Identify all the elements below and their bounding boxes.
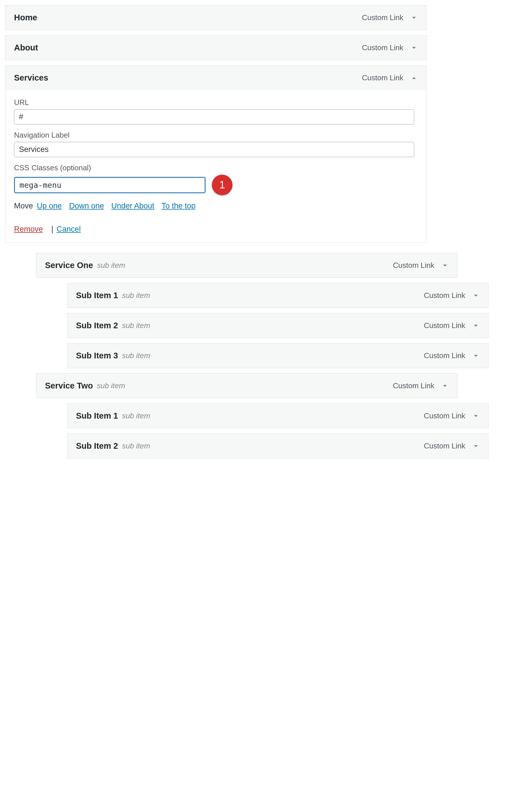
sub-item-label: sub item bbox=[122, 441, 150, 451]
url-input[interactable] bbox=[14, 109, 414, 124]
menu-item-header[interactable]: Home Custom Link bbox=[5, 5, 426, 30]
action-row: Remove | Cancel bbox=[14, 225, 418, 234]
move-up-one-link[interactable]: Up one bbox=[37, 202, 62, 210]
sub-item-label: sub item bbox=[122, 321, 150, 330]
chevron-down-icon bbox=[410, 44, 418, 52]
move-row: Move Up one Down one Under About To the … bbox=[14, 202, 418, 210]
sub-item-label: sub item bbox=[97, 261, 125, 270]
menu-item-header[interactable]: About Custom Link bbox=[5, 35, 426, 60]
menu-item-header[interactable]: Sub Item 2 sub item Custom Link bbox=[67, 434, 488, 458]
menu-item-title: Sub Item 2 bbox=[76, 441, 118, 451]
menu-item-type: Custom Link bbox=[424, 441, 465, 451]
menu-item-services: Services Custom Link URL Navigation Labe… bbox=[5, 65, 427, 242]
menu-item-sub-1b: Sub Item 1 sub item Custom Link bbox=[67, 403, 488, 428]
menu-item-header[interactable]: Service One sub item Custom Link bbox=[36, 253, 457, 278]
css-classes-input[interactable] bbox=[14, 177, 206, 193]
menu-item-about: About Custom Link bbox=[5, 35, 427, 60]
menu-item-sub-1: Sub Item 1 sub item Custom Link bbox=[67, 283, 488, 308]
menu-item-title: Service Two bbox=[45, 381, 93, 390]
menu-item-header[interactable]: Sub Item 3 sub item Custom Link bbox=[67, 344, 488, 368]
nav-label-label: Navigation Label bbox=[14, 131, 418, 140]
menu-item-title: Services bbox=[14, 73, 48, 83]
chevron-down-icon bbox=[441, 382, 449, 390]
chevron-down-icon bbox=[472, 322, 480, 329]
nav-label-input[interactable] bbox=[14, 142, 414, 157]
menu-item-type: Custom Link bbox=[424, 321, 465, 330]
menu-item-header[interactable]: Sub Item 2 sub item Custom Link bbox=[67, 313, 488, 338]
sub-item-label: sub item bbox=[97, 381, 125, 390]
sub-item-label: sub item bbox=[122, 291, 150, 300]
menu-structure: Home Custom Link About Custom Link Servi… bbox=[5, 5, 475, 459]
menu-item-type: Custom Link bbox=[362, 13, 404, 22]
menu-item-service-one: Service One sub item Custom Link bbox=[36, 253, 457, 278]
chevron-down-icon bbox=[441, 262, 449, 269]
menu-item-title: Sub Item 3 bbox=[76, 351, 118, 360]
annotation-badge-1: 1 bbox=[212, 175, 233, 195]
menu-item-home: Home Custom Link bbox=[5, 5, 427, 30]
chevron-down-icon bbox=[410, 14, 418, 22]
remove-link[interactable]: Remove bbox=[14, 225, 43, 233]
chevron-down-icon bbox=[472, 352, 480, 359]
menu-item-header[interactable]: Sub Item 1 sub item Custom Link bbox=[67, 404, 488, 428]
menu-item-type: Custom Link bbox=[362, 74, 404, 82]
url-label: URL bbox=[14, 98, 418, 107]
menu-item-title: Sub Item 1 bbox=[76, 291, 118, 300]
chevron-up-icon bbox=[410, 74, 418, 82]
move-to-top-link[interactable]: To the top bbox=[161, 202, 195, 210]
menu-item-sub-2: Sub Item 2 sub item Custom Link bbox=[67, 313, 488, 338]
sub-item-label: sub item bbox=[122, 411, 150, 420]
menu-item-type: Custom Link bbox=[424, 351, 465, 360]
chevron-down-icon bbox=[472, 292, 480, 299]
menu-item-type: Custom Link bbox=[362, 43, 404, 52]
field-css-classes: CSS Classes (optional) 1 bbox=[14, 164, 418, 195]
menu-item-title: About bbox=[14, 43, 38, 53]
css-classes-label: CSS Classes (optional) bbox=[14, 164, 418, 172]
menu-item-type: Custom Link bbox=[393, 261, 434, 270]
menu-item-header[interactable]: Sub Item 1 sub item Custom Link bbox=[67, 283, 488, 308]
chevron-down-icon bbox=[472, 412, 480, 420]
menu-item-title: Sub Item 1 bbox=[76, 411, 118, 420]
menu-item-title: Sub Item 2 bbox=[76, 321, 118, 330]
menu-item-title: Home bbox=[14, 13, 37, 22]
move-label: Move bbox=[14, 202, 33, 210]
menu-item-title: Service One bbox=[45, 261, 93, 270]
cancel-link[interactable]: Cancel bbox=[57, 225, 81, 233]
menu-item-settings: URL Navigation Label CSS Classes (option… bbox=[5, 90, 426, 242]
menu-item-header[interactable]: Service Two sub item Custom Link bbox=[36, 374, 457, 398]
sub-item-label: sub item bbox=[122, 351, 150, 360]
menu-item-type: Custom Link bbox=[424, 411, 465, 420]
action-separator: | bbox=[51, 225, 53, 233]
menu-item-sub-2b: Sub Item 2 sub item Custom Link bbox=[67, 434, 488, 459]
move-under-about-link[interactable]: Under About bbox=[111, 202, 154, 210]
field-url: URL bbox=[14, 98, 418, 124]
menu-item-type: Custom Link bbox=[393, 381, 434, 390]
menu-item-type: Custom Link bbox=[424, 291, 465, 300]
menu-item-sub-3: Sub Item 3 sub item Custom Link bbox=[67, 343, 488, 368]
menu-item-header[interactable]: Services Custom Link bbox=[5, 66, 426, 90]
move-down-one-link[interactable]: Down one bbox=[69, 202, 104, 210]
menu-item-service-two: Service Two sub item Custom Link bbox=[36, 373, 457, 398]
field-navigation-label: Navigation Label bbox=[14, 131, 418, 157]
chevron-down-icon bbox=[472, 442, 480, 450]
